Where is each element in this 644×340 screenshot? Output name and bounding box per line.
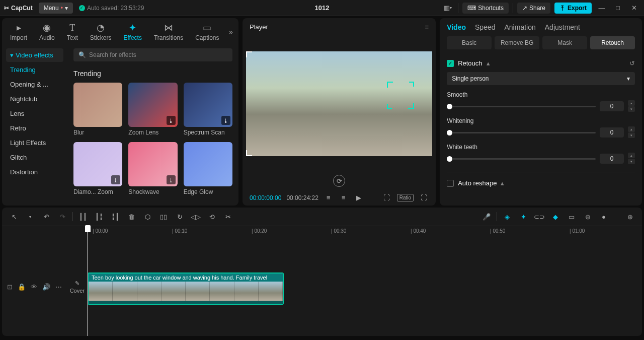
smooth-slider[interactable] bbox=[447, 106, 596, 107]
props-tab-animation[interactable]: Animation bbox=[505, 23, 536, 31]
tab-effects[interactable]: ✦Effects bbox=[121, 21, 143, 42]
expand-icon[interactable]: ⊡ bbox=[7, 283, 13, 291]
sidebar-item-distortion[interactable]: Distortion bbox=[6, 165, 63, 179]
zoom-in-icon[interactable]: ⊕ bbox=[624, 211, 636, 223]
sync-tool[interactable]: ⟲ bbox=[206, 211, 218, 223]
whitening-value[interactable]: 0 bbox=[600, 127, 624, 138]
more-tabs-icon[interactable]: » bbox=[229, 28, 233, 36]
props-tab-adjustment[interactable]: Adjustment bbox=[545, 23, 580, 31]
tab-captions[interactable]: ▭Captions bbox=[193, 21, 221, 42]
copy-tool[interactable]: ▯▯ bbox=[157, 211, 170, 223]
download-icon[interactable]: ⭳ bbox=[167, 175, 176, 184]
retouch-checkbox[interactable]: ✓ bbox=[447, 60, 454, 67]
effect-blur[interactable]: Blur bbox=[73, 83, 122, 136]
search-input[interactable]: 🔍 Search for effects bbox=[73, 48, 232, 61]
scale-icon[interactable]: ⛶ bbox=[382, 194, 392, 201]
effect-diamond-zoom[interactable]: ⭳Diamo... Zoom bbox=[73, 142, 122, 195]
effect-spectrum-scan[interactable]: ⭳Spectrum Scan bbox=[184, 83, 232, 136]
menu-button[interactable]: Menu • ▾ bbox=[39, 3, 73, 14]
effect-shockwave[interactable]: ⭳Shockwave bbox=[128, 142, 177, 195]
step-down[interactable]: ▾ bbox=[628, 132, 635, 138]
video-frame[interactable] bbox=[246, 51, 432, 156]
person-dropdown[interactable]: Single person ▾ bbox=[447, 72, 635, 85]
reset-icon[interactable]: ↺ bbox=[629, 59, 635, 67]
sidebar-item-retro[interactable]: Retro bbox=[6, 121, 63, 135]
player-canvas[interactable] bbox=[243, 36, 436, 172]
crop-tool[interactable]: ✂ bbox=[222, 211, 234, 223]
smooth-value[interactable]: 0 bbox=[600, 101, 624, 111]
timeline-ruler[interactable]: | 00:00 | 00:10 | 00:20 | 00:30 | 00:40 … bbox=[88, 226, 642, 237]
magnet-tool-2[interactable]: ✦ bbox=[517, 211, 529, 223]
undo-button[interactable]: ↶ bbox=[40, 211, 52, 223]
tab-audio[interactable]: ◉Audio bbox=[37, 21, 57, 42]
lock-icon[interactable]: 🔒 bbox=[18, 283, 26, 291]
sidebar-item-glitch[interactable]: Glitch bbox=[6, 151, 63, 164]
props-tab-video[interactable]: Video bbox=[447, 23, 466, 31]
menu-icon[interactable]: ≡ bbox=[425, 23, 429, 31]
subtab-basic[interactable]: Basic bbox=[447, 36, 492, 49]
mirror-tool[interactable]: ◁▷ bbox=[190, 211, 202, 223]
zoom-tool[interactable]: ● bbox=[598, 211, 610, 223]
white-teeth-value[interactable]: 0 bbox=[600, 154, 624, 164]
whitening-slider[interactable] bbox=[447, 132, 596, 133]
list-icon-1[interactable]: ≡ bbox=[324, 194, 334, 201]
split-left-tool[interactable]: ┃╏ bbox=[93, 211, 105, 223]
close-icon[interactable]: ✕ bbox=[628, 2, 640, 14]
slider-thumb[interactable] bbox=[447, 156, 452, 162]
sidebar-header-video-effects[interactable]: ▾Video effects bbox=[6, 48, 63, 62]
step-up[interactable]: ▴ bbox=[628, 153, 635, 158]
video-clip[interactable]: Teen boy looking out the car window and … bbox=[88, 273, 284, 305]
download-icon[interactable]: ⭳ bbox=[221, 116, 230, 125]
eye-icon[interactable]: 👁 bbox=[31, 283, 37, 291]
effect-edge-glow[interactable]: Edge Glow bbox=[184, 142, 232, 195]
step-up[interactable]: ▴ bbox=[628, 126, 635, 132]
ratio-button[interactable]: Ratio bbox=[397, 194, 414, 201]
layout-icon[interactable]: ▥▾ bbox=[442, 2, 454, 14]
delete-tool[interactable]: 🗑 bbox=[125, 211, 137, 223]
tab-transitions[interactable]: ⋈Transitions bbox=[152, 21, 185, 42]
step-down[interactable]: ▾ bbox=[628, 159, 635, 164]
tab-text[interactable]: TText bbox=[65, 22, 80, 42]
shield-tool[interactable]: ⬡ bbox=[141, 211, 153, 223]
download-icon[interactable]: ⭳ bbox=[111, 175, 120, 184]
minimize-icon[interactable]: — bbox=[596, 2, 608, 14]
tab-import[interactable]: ▸Import bbox=[8, 21, 29, 42]
step-up[interactable]: ▴ bbox=[628, 100, 635, 106]
split-right-tool[interactable]: ╏┃ bbox=[109, 211, 121, 223]
split-tool[interactable]: ┃┃ bbox=[77, 211, 89, 223]
preview-tool[interactable]: ▭ bbox=[566, 211, 578, 223]
timeline-tracks[interactable]: Teen boy looking out the car window and … bbox=[88, 237, 642, 336]
maximize-icon[interactable]: □ bbox=[612, 2, 624, 14]
magnet-tool-1[interactable]: ◈ bbox=[501, 211, 513, 223]
redo-button[interactable]: ↷ bbox=[56, 211, 68, 223]
zoom-out-icon[interactable]: ⊖ bbox=[582, 211, 594, 223]
play-button[interactable]: ▶ bbox=[354, 194, 364, 201]
cursor-dropdown[interactable]: ▾ bbox=[24, 211, 36, 223]
rotate-tool[interactable]: ↻ bbox=[174, 211, 186, 223]
auto-reshape-checkbox[interactable] bbox=[447, 180, 454, 187]
white-teeth-slider[interactable] bbox=[447, 158, 596, 160]
list-icon-2[interactable]: ≡ bbox=[339, 194, 349, 201]
shortcuts-button[interactable]: ⌨ Shortcuts bbox=[462, 3, 509, 14]
more-icon[interactable]: ⋯ bbox=[55, 283, 62, 291]
speaker-icon[interactable]: 🔊 bbox=[42, 283, 50, 291]
sidebar-item-opening[interactable]: Opening & ... bbox=[6, 78, 63, 91]
mic-tool[interactable]: 🎤 bbox=[480, 211, 493, 223]
subtab-retouch[interactable]: Retouch bbox=[590, 36, 635, 49]
cursor-tool[interactable]: ↖ bbox=[8, 211, 20, 223]
sidebar-item-light-effects[interactable]: Light Effects bbox=[6, 136, 63, 150]
export-button[interactable]: ⭱ Export bbox=[554, 3, 592, 14]
sidebar-item-trending[interactable]: Trending bbox=[6, 63, 63, 77]
chevron-up-icon[interactable]: ▴ bbox=[487, 59, 490, 67]
reset-view-button[interactable]: ⟳ bbox=[333, 175, 345, 187]
step-down[interactable]: ▾ bbox=[628, 106, 635, 112]
sidebar-item-nightclub[interactable]: Nightclub bbox=[6, 92, 63, 106]
link-tool[interactable]: ⊂⊃ bbox=[533, 211, 545, 223]
effect-zoom-lens[interactable]: ⭳Zoom Lens bbox=[128, 83, 177, 136]
props-tab-speed[interactable]: Speed bbox=[475, 23, 495, 31]
slider-thumb[interactable] bbox=[447, 130, 452, 135]
slider-thumb[interactable] bbox=[447, 104, 452, 109]
subtab-mask[interactable]: Mask bbox=[542, 36, 587, 49]
subtab-remove-bg[interactable]: Remove BG bbox=[495, 36, 539, 49]
download-icon[interactable]: ⭳ bbox=[167, 116, 176, 125]
